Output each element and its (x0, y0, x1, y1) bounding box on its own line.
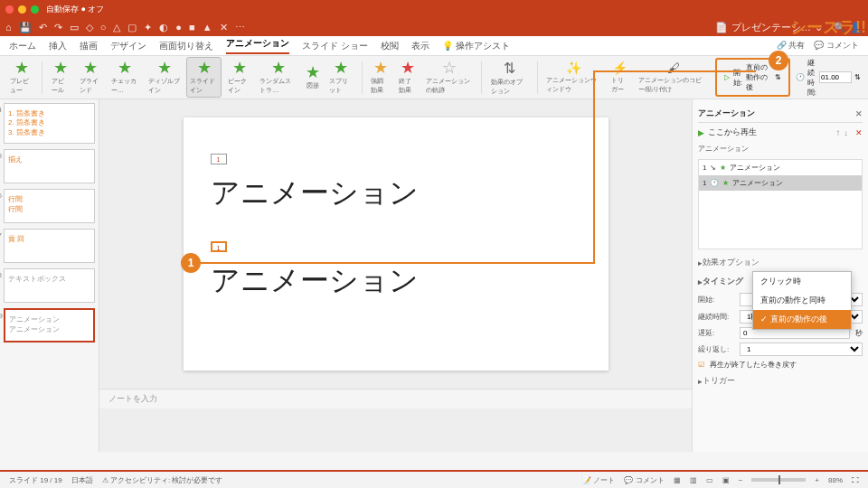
repeat-select[interactable]: 1 (740, 343, 863, 356)
qat-icon[interactable]: ● (175, 22, 182, 33)
effect-options-section[interactable]: 効果オプション (698, 253, 863, 272)
tab-animations[interactable]: アニメーション (226, 37, 289, 54)
view-sorter-icon[interactable]: ▥ (690, 476, 697, 484)
slide-canvas-area: 1 アニメーション 1 アニメーション ノートを入力 (99, 99, 692, 452)
play-from-here[interactable]: ここから再生 (708, 127, 757, 138)
start-popup-menu: クリック時 直前の動作と同時 直前の動作の後 (752, 271, 852, 330)
dropdown-icon: ⇅ (775, 73, 781, 81)
view-reading-icon[interactable]: ▭ (706, 476, 713, 484)
notes-toggle[interactable]: 📝 ノート (582, 475, 615, 485)
reorder-down-icon[interactable]: ↓ (844, 128, 849, 137)
effect-appeal[interactable]: ★アピール (49, 58, 72, 97)
comments-toggle[interactable]: 💬 コメント (624, 475, 664, 485)
qat-icon[interactable]: ▭ (70, 22, 79, 33)
animation-item[interactable]: 1↘★アニメーション (699, 160, 862, 175)
accessibility-status[interactable]: ⚠ アクセシビリティ: 検討が必要です (102, 475, 223, 485)
animation-marker[interactable]: 1 (211, 154, 227, 164)
qat-icon[interactable]: ▢ (127, 22, 137, 33)
reorder-up-icon[interactable]: ↑ (836, 127, 841, 137)
animation-item-selected[interactable]: 1🕐★アニメーション (699, 175, 862, 191)
slide-text-2[interactable]: アニメーション (211, 261, 581, 301)
zoom-slider[interactable] (751, 478, 806, 482)
thumbnail[interactable]: 141. 箇条書き2. 箇条書き3. 箇条書き (4, 103, 95, 144)
rewind-label: 再生が終了したら巻き戻す (710, 360, 797, 370)
zoom-level[interactable]: 88% (828, 476, 843, 484)
qat-icon[interactable]: ◐ (159, 22, 168, 33)
thumbnail[interactable]: 17貢 回 (4, 229, 95, 263)
effect-slide-in[interactable]: ★スライドイン (186, 57, 222, 98)
qat-icon[interactable]: ✦ (144, 22, 152, 33)
popup-option-with-prev[interactable]: 直前の動作と同時 (753, 291, 851, 310)
stepper-icon[interactable]: ⇅ (854, 73, 861, 81)
qat-more-icon[interactable]: ⋯ (235, 22, 245, 33)
zoom-out-icon[interactable]: − (739, 476, 743, 484)
quick-access-toolbar: ⌂ 💾 ↶ ↷ ▭ ◇ ○ △ ▢ ✦ ◐ ● ■ ▲ ✕ ⋯ 📄 プレゼンテー… (0, 18, 868, 36)
effect-random[interactable]: ★ランダムストラ… (257, 58, 299, 97)
document-icon: 📄 (715, 22, 728, 33)
qat-icon[interactable]: ▲ (203, 22, 212, 33)
qat-icon[interactable]: ✕ (220, 22, 228, 33)
qat-icon[interactable]: ○ (100, 22, 107, 33)
effect-checker[interactable]: ★チェッカー… (108, 58, 142, 97)
popup-option-after-prev[interactable]: 直前の動作の後 (753, 310, 851, 329)
start-label: 開始: (698, 295, 734, 305)
star-icon: ★ (722, 179, 729, 187)
zoom-in-icon[interactable]: + (815, 476, 819, 484)
tab-transitions[interactable]: 画面切り替え (159, 40, 213, 52)
window-controls[interactable] (5, 5, 39, 14)
effect-blinds[interactable]: ★ブラインド (77, 58, 105, 97)
save-icon[interactable]: 💾 (19, 22, 32, 33)
tab-slideshow[interactable]: スライド ショー (302, 40, 368, 52)
redo-icon[interactable]: ↷ (54, 22, 62, 33)
checkbox-icon[interactable]: ☑ (698, 361, 704, 369)
play-icon[interactable]: ▶ (698, 128, 704, 137)
qat-icon[interactable]: △ (113, 22, 120, 33)
qat-icon[interactable]: ◇ (86, 22, 93, 33)
slide-text-1[interactable]: アニメーション (211, 174, 581, 213)
animation-marker-selected[interactable]: 1 (211, 241, 227, 252)
notes-field[interactable]: ノートを入力 (99, 389, 692, 408)
fit-icon[interactable]: ⛶ (852, 476, 859, 484)
thumbnail[interactable]: 15揃え (4, 149, 95, 183)
emphasis-effects[interactable]: ★強調効果 (368, 58, 392, 97)
undo-icon[interactable]: ↶ (39, 22, 47, 33)
tab-draw[interactable]: 描画 (80, 40, 98, 52)
qat-icon[interactable]: ■ (189, 22, 195, 33)
effect-shape[interactable]: ★図形 (303, 62, 323, 92)
duration-field[interactable]: 🕐継続時間: ⇅ (796, 58, 861, 98)
animation-pane-toggle[interactable]: ✨アニメーションウィンドウ (543, 59, 604, 96)
tab-view[interactable]: 表示 (411, 40, 429, 52)
tab-review[interactable]: 校閲 (381, 40, 399, 52)
slide-canvas[interactable]: 1 アニメーション 1 アニメーション (184, 117, 609, 371)
ribbon: ★プレビュー ★アピール ★ブラインド ★チェッカー… ★ディゾルブイン ★スラ… (0, 56, 868, 99)
motion-paths[interactable]: ☆アニメーションの軌跡 (423, 58, 475, 97)
tab-insert[interactable]: 挿入 (49, 40, 67, 52)
comments-button[interactable]: 💬 コメント (814, 40, 859, 52)
language-indicator[interactable]: 日本語 (71, 475, 93, 485)
view-slideshow-icon[interactable]: ▣ (722, 476, 730, 484)
tab-design[interactable]: デザイン (110, 40, 146, 52)
popup-option-click[interactable]: クリック時 (753, 272, 851, 291)
thumbnail[interactable]: 18テキストボックス (4, 268, 95, 303)
trigger-section[interactable]: トリガー (698, 371, 863, 390)
close-icon[interactable]: ✕ (855, 109, 863, 118)
share-button[interactable]: 🔗 共有 (777, 40, 806, 52)
effect-dissolve[interactable]: ★ディゾルブイン (146, 58, 184, 97)
slide-thumbnails[interactable]: 141. 箇条書き2. 箇条書き3. 箇条書き 15揃え 16行間行間 17貢 … (0, 99, 99, 452)
autosave-toggle[interactable]: 自動保存 ● オフ (46, 4, 104, 15)
tab-home[interactable]: ホーム (9, 40, 36, 52)
home-icon[interactable]: ⌂ (5, 22, 12, 33)
thumbnail-selected[interactable]: 19アニメーションアニメーション (4, 308, 95, 343)
view-normal-icon[interactable]: ▦ (674, 476, 681, 484)
delete-icon[interactable]: ✕ (855, 128, 863, 137)
exit-effects[interactable]: ★終了効果 (396, 58, 420, 97)
effect-split[interactable]: ★スプリット (326, 58, 354, 97)
preview-button[interactable]: ★プレビュー (7, 58, 35, 97)
duration-input[interactable] (819, 71, 852, 83)
effect-options[interactable]: ⇅効果のオプション (488, 58, 531, 98)
animation-painter[interactable]: 🖌アニメーションのコピー/貼り付け (636, 59, 712, 96)
tell-me[interactable]: 💡 操作アシスト (442, 40, 510, 52)
effect-peek-in[interactable]: ★ピークイン (225, 58, 253, 97)
thumbnail[interactable]: 16行間行間 (4, 189, 95, 223)
trigger-button[interactable]: ⚡トリガー (609, 59, 632, 96)
